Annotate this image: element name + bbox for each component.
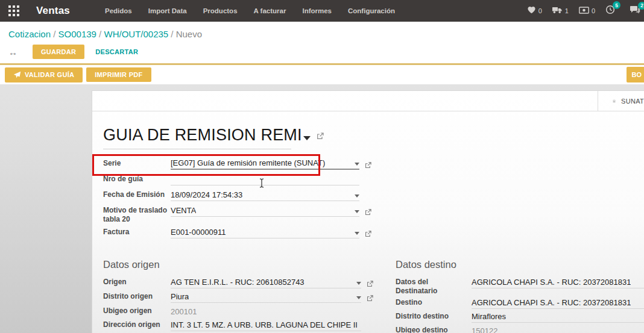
direccion-origen-input[interactable]: INT. 3 LT. 5 MZ. A URB. URB. LAGUNA DEL … [171, 319, 361, 331]
sunat-button-label: SUNAT [621, 98, 644, 105]
delivery-counter[interactable]: 1 [552, 5, 569, 16]
title-dropdown-caret-icon[interactable] [303, 136, 311, 140]
heart-count: 0 [538, 7, 542, 14]
app-title[interactable]: Ventas [36, 5, 70, 17]
print-pdf-button[interactable]: IMPRIMIR PDF [86, 67, 151, 82]
title-underline [103, 149, 291, 149]
motivo-value: VENTA [171, 206, 196, 215]
field-row-distrito-destino: Distrito destino Miraflores [396, 310, 644, 323]
form-sheet: SUNAT GUIA DE REMISION REMI Serie [EG07]… [92, 90, 644, 333]
motivo-label: Motivo de traslado tabla 20 [103, 204, 171, 224]
factura-dropdown-icon[interactable] [355, 232, 359, 235]
serie-value: [EG07] Guía de remisión remitente (SUNAT… [171, 158, 325, 167]
discard-button[interactable]: DESCARTAR [95, 48, 138, 55]
cash-counter[interactable]: 0 [579, 5, 595, 16]
destino-value: AGRICOLA CHAPI S.A. - RUC: 20372081831 [472, 298, 631, 307]
menu-item-a-facturar[interactable]: A facturar [254, 7, 286, 14]
origin-heading: Datos origen [103, 259, 385, 270]
motivo-external-link-icon[interactable] [365, 207, 371, 218]
destinatario-value: AGRICOLA CHAPI S.A. - RUC: 20372081831 [472, 278, 631, 287]
heart-icon [527, 5, 536, 16]
menu-item-configuracion[interactable]: Configuración [348, 7, 395, 14]
fecha-dropdown-icon[interactable] [355, 195, 359, 198]
control-buttons-row: ↔ GUARDAR DESCARTAR [0, 39, 644, 59]
messages-badge: 2 [638, 2, 644, 10]
field-row-direccion-origen: Dirección origen INT. 3 LT. 5 MZ. A URB.… [103, 319, 385, 332]
cash-count: 0 [592, 7, 595, 14]
sheet-header: SUNAT [92, 91, 644, 111]
apps-grid-icon[interactable] [6, 3, 22, 19]
field-row-factura: Factura E001-00000911 [103, 226, 387, 240]
origen-external-link-icon[interactable] [367, 279, 373, 290]
direccion-origen-label: Dirección origen [103, 319, 171, 329]
direccion-origen-value: INT. 3 LT. 5 MZ. A URB. URB. LAGUNA DEL … [171, 320, 358, 329]
document-title[interactable]: GUIA DE REMISION REMI [103, 126, 302, 145]
menu-item-import-data[interactable]: Import Data [148, 7, 187, 14]
origen-label: Origen [103, 276, 171, 287]
distrito-origen-input[interactable]: Piura [171, 290, 361, 303]
truck-icon [552, 5, 563, 16]
cash-icon [579, 5, 589, 16]
distrito-origen-value: Piura [171, 292, 189, 301]
field-row-distrito-origen: Distrito origen Piura [103, 290, 385, 304]
menu-item-informes[interactable]: Informes [302, 7, 332, 14]
serie-input[interactable]: [EG07] Guía de remisión remitente (SUNAT… [171, 157, 359, 170]
messages-button[interactable]: 2 [630, 5, 640, 17]
delivery-count: 1 [565, 7, 569, 14]
sheet-body: GUIA DE REMISION REMI Serie [EG07] Guía … [92, 111, 644, 333]
menu-item-pedidos[interactable]: Pedidos [105, 7, 132, 14]
serie-external-link-icon[interactable] [365, 160, 371, 171]
destinatario-input[interactable]: AGRICOLA CHAPI S.A. - RUC: 20372081831 [472, 276, 644, 288]
destinatario-label: Datos del Destinatario [396, 276, 472, 296]
main-menu: Pedidos Import Data Productos A facturar… [105, 7, 411, 14]
save-button[interactable]: GUARDAR [33, 45, 84, 59]
factura-value: E001-00000911 [171, 228, 226, 237]
motivo-dropdown-icon[interactable] [355, 210, 359, 213]
sunat-stat-button[interactable]: SUNAT [598, 91, 644, 111]
distrito-destino-input[interactable]: Miraflores [472, 310, 644, 323]
field-row-ubigeo-origen: Ubigeo origen 200101 [103, 305, 385, 318]
fecha-emision-label: Fecha de Emisión [103, 188, 171, 199]
distrito-destino-label: Distrito destino [396, 310, 472, 321]
distrito-origen-dropdown-icon[interactable] [356, 296, 361, 299]
destino-input[interactable]: AGRICOLA CHAPI S.A. - RUC: 20372081831 [472, 296, 644, 309]
origen-value: AG TEN E.I.R.L. - RUC: 20610852743 [171, 278, 305, 287]
menu-item-productos[interactable]: Productos [203, 7, 238, 14]
factura-external-link-icon[interactable] [365, 229, 371, 240]
fecha-emision-value: 18/09/2024 17:54:33 [171, 190, 242, 199]
distrito-destino-value: Miraflores [472, 312, 506, 321]
header-fields: Serie [EG07] Guía de remisión remitente … [103, 157, 387, 240]
control-panel: CotizacionSO00139WH/OUT/00235Nuevo ↔ GUA… [0, 22, 644, 63]
field-row-serie: Serie [EG07] Guía de remisión remitente … [103, 157, 387, 171]
laptop-icon [613, 96, 616, 106]
validate-guide-label: VALIDAR GUÍA [25, 71, 74, 78]
statusbar: VALIDAR GUÍA IMPRIMIR PDF BO [0, 65, 644, 84]
motivo-input[interactable]: VENTA [171, 204, 359, 217]
breadcrumb-so00139[interactable]: SO00139 [58, 29, 104, 39]
breadcrumb: CotizacionSO00139WH/OUT/00235Nuevo [0, 22, 644, 39]
ubigeo-destino-value-field: 150122 [472, 324, 644, 333]
breadcrumb-cotizacion[interactable]: Cotizacion [8, 29, 58, 39]
destino-label: Destino [396, 296, 472, 307]
distrito-origen-external-link-icon[interactable] [367, 293, 373, 304]
title-external-link-icon[interactable] [317, 131, 324, 142]
origen-dropdown-icon[interactable] [356, 282, 361, 285]
breadcrumb-wh-out[interactable]: WH/OUT/00235 [104, 29, 175, 39]
nav-right-icons: 0 1 0 5 2 [517, 5, 638, 17]
field-row-ubigeo-destino: Ubigeo destino 150122 [396, 324, 644, 333]
status-widget[interactable]: BO [627, 67, 644, 82]
serie-label: Serie [103, 157, 171, 168]
origin-section: Datos origen Origen AG TEN E.I.R.L. - RU… [103, 259, 385, 333]
destination-section: Datos destino Datos del Destinatario AGR… [396, 259, 644, 333]
fecha-emision-input[interactable]: 18/09/2024 17:54:33 [171, 188, 359, 201]
validate-guide-button[interactable]: VALIDAR GUÍA [5, 67, 83, 82]
heart-counter[interactable]: 0 [527, 5, 542, 16]
factura-input[interactable]: E001-00000911 [171, 226, 359, 238]
origen-input[interactable]: AG TEN E.I.R.L. - RUC: 20610852743 [171, 276, 361, 288]
nro-guia-input[interactable] [171, 173, 359, 185]
destination-heading: Datos destino [396, 259, 644, 270]
serie-dropdown-icon[interactable] [355, 163, 359, 166]
activities-button[interactable]: 5 [605, 5, 615, 17]
field-row-fecha-emision: Fecha de Emisión 18/09/2024 17:54:33 [103, 188, 387, 202]
swap-arrows-icon[interactable]: ↔ [8, 47, 21, 57]
